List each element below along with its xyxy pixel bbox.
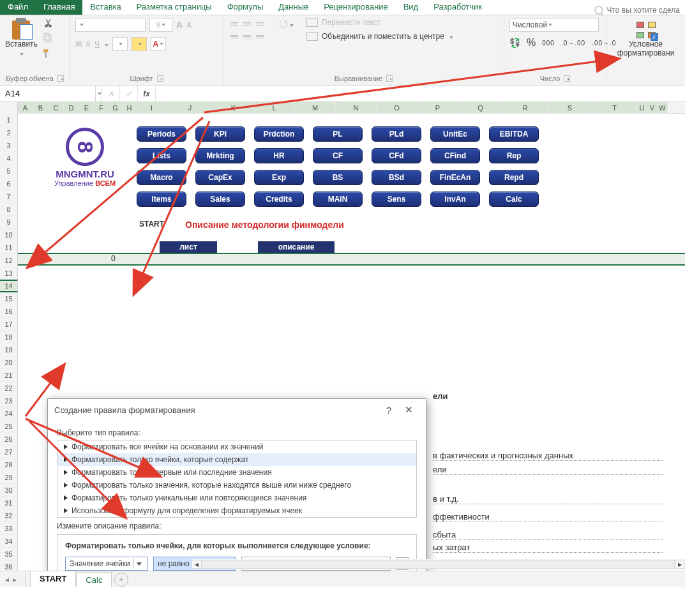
- row-header[interactable]: 15: [0, 292, 18, 305]
- format-painter-button[interactable]: [41, 48, 53, 59]
- clipboard-dialog-launcher[interactable]: [57, 75, 64, 82]
- row-header[interactable]: 3: [0, 139, 18, 152]
- nav-invan[interactable]: InvAn: [430, 192, 480, 207]
- col-header[interactable]: A: [18, 102, 33, 114]
- formula-bar[interactable]: [156, 86, 685, 101]
- nav-cfind[interactable]: CFind: [430, 148, 480, 163]
- tab-insert[interactable]: Вставка: [82, 0, 128, 15]
- tell-me[interactable]: Что вы хотите сдела: [594, 6, 686, 15]
- nav-sens[interactable]: Sens: [372, 192, 421, 207]
- col-header[interactable]: H: [123, 102, 137, 114]
- row-header[interactable]: 1: [0, 114, 18, 126]
- scroll-right-icon[interactable]: ▸: [675, 560, 685, 569]
- border-button[interactable]: [112, 37, 128, 51]
- row-header[interactable]: 9: [0, 216, 18, 229]
- col-header[interactable]: G: [109, 102, 123, 114]
- col-header[interactable]: S: [548, 102, 592, 114]
- row-header[interactable]: 19: [0, 343, 18, 356]
- rule-option[interactable]: Форматировать только уникальные или повт…: [57, 492, 416, 504]
- paste-button[interactable]: Вставить: [5, 18, 38, 57]
- row-header[interactable]: 17: [0, 318, 18, 331]
- col-header[interactable]: Q: [458, 102, 503, 114]
- row-header[interactable]: 34: [0, 535, 18, 548]
- row-header[interactable]: 14: [0, 280, 18, 292]
- orientation-button[interactable]: ⭯: [278, 18, 294, 29]
- tab-scroll[interactable]: ◂▸: [0, 575, 22, 584]
- italic-button[interactable]: К: [86, 40, 91, 49]
- nav-mrkting[interactable]: Mrkting: [195, 148, 245, 163]
- row-header[interactable]: 28: [0, 458, 18, 471]
- font-size-combo[interactable]: 8: [149, 18, 172, 32]
- nav-calc[interactable]: Calc: [489, 192, 539, 207]
- col-header[interactable]: I: [137, 102, 167, 114]
- row-header[interactable]: 24: [0, 407, 18, 420]
- nav-sales[interactable]: Sales: [195, 192, 245, 207]
- row-header[interactable]: 16: [0, 305, 18, 318]
- nav-capex[interactable]: CapEx: [195, 170, 245, 185]
- row-header[interactable]: 4: [0, 152, 18, 165]
- tab-developer[interactable]: Разработчик: [426, 0, 490, 15]
- rule-type-list[interactable]: Форматировать все ячейки на основании их…: [57, 440, 417, 518]
- scroll-left-icon[interactable]: ◂: [192, 560, 202, 569]
- col-header[interactable]: L: [254, 102, 295, 114]
- nav-rep[interactable]: Rep: [489, 148, 539, 163]
- rule-option[interactable]: Форматировать только первые или последни…: [57, 466, 416, 479]
- nav-bsd[interactable]: BSd: [372, 170, 421, 185]
- col-header[interactable]: M: [295, 102, 336, 114]
- col-header[interactable]: K: [213, 102, 254, 114]
- tab-home[interactable]: Главная: [36, 0, 82, 15]
- col-header[interactable]: C: [49, 102, 64, 114]
- row-header[interactable]: 12: [0, 254, 18, 267]
- rule-option[interactable]: Использовать формулу для определения фор…: [57, 504, 416, 517]
- cancel-entry-icon[interactable]: ✕: [102, 86, 120, 101]
- col-header[interactable]: T: [592, 102, 637, 114]
- row-header[interactable]: 10: [0, 229, 18, 241]
- confirm-entry-icon[interactable]: ✓: [120, 86, 138, 101]
- row-header[interactable]: 25: [0, 420, 18, 433]
- nav-macro[interactable]: Macro: [137, 170, 186, 185]
- font-color-button[interactable]: A: [151, 37, 166, 51]
- col-header[interactable]: N: [336, 102, 377, 114]
- align-grid[interactable]: [229, 18, 266, 42]
- nav-pld[interactable]: PLd: [372, 126, 421, 142]
- copy-button[interactable]: [41, 32, 53, 45]
- col-header[interactable]: F: [94, 102, 109, 114]
- tab-layout[interactable]: Разметка страницы: [129, 0, 220, 15]
- merge-center-button[interactable]: Объединить и поместить в центре: [306, 32, 453, 41]
- add-sheet-button[interactable]: ＋: [114, 573, 128, 587]
- comma-button[interactable]: 000: [542, 40, 555, 47]
- conditional-formatting-button[interactable]: ≠ Условное форматировани: [612, 18, 680, 57]
- fill-color-button[interactable]: [132, 37, 147, 51]
- row-header[interactable]: 11: [0, 241, 18, 254]
- name-box-input[interactable]: [4, 88, 91, 99]
- combo-cell-value[interactable]: Значение ячейки: [65, 557, 148, 571]
- col-header[interactable]: D: [64, 102, 79, 114]
- nav-kpi[interactable]: KPI: [195, 126, 245, 142]
- row-header[interactable]: 29: [0, 471, 18, 484]
- wrap-text-button[interactable]: Перенести текст: [306, 18, 453, 27]
- increase-decimal-button[interactable]: .0→.00: [561, 40, 585, 47]
- row-header[interactable]: 27: [0, 446, 18, 458]
- font-name-combo[interactable]: [75, 18, 146, 32]
- accounting-button[interactable]: 💱: [509, 38, 520, 48]
- nav-periods[interactable]: Periods: [137, 126, 186, 142]
- underline-drop-icon[interactable]: [103, 40, 109, 49]
- help-icon[interactable]: ?: [380, 405, 398, 416]
- nav-hr[interactable]: HR: [254, 148, 304, 163]
- tab-review[interactable]: Рецензирование: [316, 0, 395, 15]
- nav-pl[interactable]: PL: [313, 126, 363, 142]
- nav-lists[interactable]: Lists: [137, 148, 186, 163]
- tab-data[interactable]: Данные: [271, 0, 316, 15]
- rule-option[interactable]: Форматировать только ячейки, которые сод…: [57, 453, 416, 466]
- row-header[interactable]: 35: [0, 548, 18, 560]
- underline-button[interactable]: Ч: [94, 40, 100, 49]
- sheet-tab-calc[interactable]: Calc: [76, 572, 112, 587]
- row-header[interactable]: 5: [0, 165, 18, 177]
- nav-items[interactable]: Items: [137, 192, 186, 207]
- nav-bs[interactable]: BS: [313, 170, 363, 185]
- rule-option[interactable]: Форматировать все ячейки на основании их…: [57, 440, 416, 453]
- col-header[interactable]: R: [503, 102, 548, 114]
- row-header[interactable]: 20: [0, 356, 18, 369]
- cut-button[interactable]: [41, 18, 53, 29]
- fx-button[interactable]: fx: [138, 86, 156, 101]
